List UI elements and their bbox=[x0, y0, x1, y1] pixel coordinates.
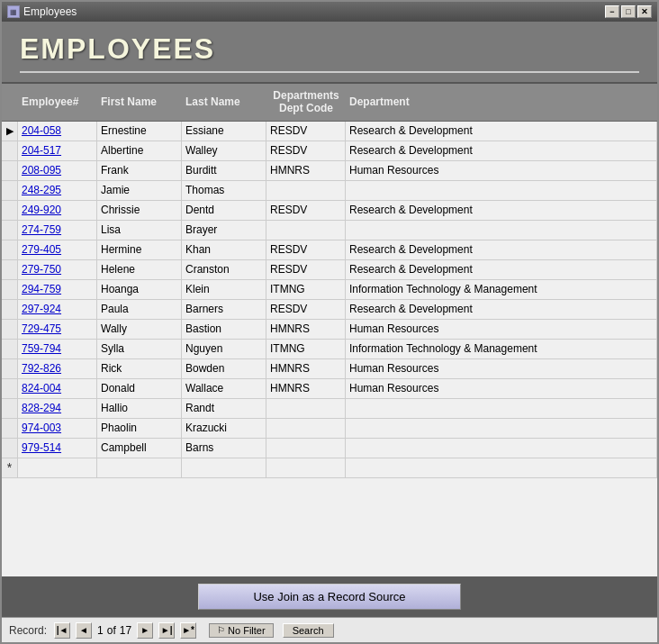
search-button[interactable]: Search bbox=[283, 623, 334, 638]
nav-last-button[interactable]: ►| bbox=[158, 622, 175, 639]
col-header-lname: Last Name bbox=[182, 94, 266, 110]
cell-lname: Klein bbox=[182, 280, 266, 299]
cell-deptcode: RESDV bbox=[266, 201, 346, 220]
cell-fname: Frank bbox=[97, 161, 182, 180]
table-row[interactable]: 297-924 Paula Barners RESDV Research & D… bbox=[2, 300, 657, 320]
table-row[interactable]: 249-920 Chrissie Dentd RESDV Research & … bbox=[2, 201, 657, 221]
table-row[interactable]: 824-004 Donald Wallace HMNRS Human Resou… bbox=[2, 379, 657, 399]
new-row[interactable]: * bbox=[2, 458, 657, 478]
cell-lname: Barns bbox=[182, 439, 266, 458]
table-row[interactable]: 828-294 Hallio Randt bbox=[2, 399, 657, 419]
cell-fname: Hermine bbox=[97, 240, 182, 259]
title-bar-left: ▦ Employees bbox=[7, 5, 77, 18]
main-window: ▦ Employees − □ ✕ Employees Employee# Fi… bbox=[0, 0, 659, 644]
cell-lname: Randt bbox=[182, 399, 266, 418]
cell-lname: Thomas bbox=[182, 181, 266, 200]
table-row[interactable]: 279-405 Hermine Khan RESDV Research & De… bbox=[2, 240, 657, 260]
cell-lname: Bastion bbox=[182, 320, 266, 339]
row-indicator bbox=[2, 141, 18, 160]
cell-deptcode bbox=[266, 221, 346, 240]
cell-dept: Information Technology & Management bbox=[346, 280, 657, 299]
new-row-indicator: * bbox=[2, 458, 18, 477]
cell-deptcode bbox=[266, 419, 346, 438]
no-filter-label: No Filter bbox=[228, 625, 266, 636]
row-indicator bbox=[2, 181, 18, 200]
window-title: Employees bbox=[23, 5, 77, 18]
cell-deptcode: RESDV bbox=[266, 260, 346, 279]
cell-empno: 759-794 bbox=[18, 340, 97, 358]
column-headers: Employee# First Name Last Name Departmen… bbox=[2, 84, 657, 122]
row-indicator bbox=[2, 399, 18, 418]
new-row-cells bbox=[18, 458, 657, 477]
row-indicator bbox=[2, 221, 18, 240]
table-row[interactable]: 204-517 Albertine Walley RESDV Research … bbox=[2, 141, 657, 161]
nav-first-button[interactable]: |◄ bbox=[54, 622, 70, 639]
table-row[interactable]: ▶ 204-058 Ernestine Essiane RESDV Resear… bbox=[2, 122, 657, 141]
cell-empno: 208-095 bbox=[18, 161, 97, 180]
cell-dept bbox=[346, 181, 657, 200]
join-record-source-button[interactable]: Use Join as a Record Source bbox=[198, 584, 460, 610]
row-indicator bbox=[2, 280, 18, 299]
table-row[interactable]: 974-003 Phaolin Krazucki bbox=[2, 419, 657, 439]
title-bar-controls: − □ ✕ bbox=[605, 5, 652, 18]
close-button[interactable]: ✕ bbox=[637, 5, 652, 18]
col-header-deptcode: Departments Dept Code bbox=[266, 87, 346, 117]
col-header-indicator bbox=[2, 100, 18, 104]
cell-lname: Essiane bbox=[182, 122, 266, 141]
cell-empno: 248-295 bbox=[18, 181, 97, 200]
no-filter-button[interactable]: ⚐ No Filter bbox=[209, 623, 274, 638]
table-row[interactable]: 792-826 Rick Bowden HMNRS Human Resource… bbox=[2, 359, 657, 379]
cell-deptcode: HMNRS bbox=[266, 359, 346, 378]
page-title: Employees bbox=[20, 32, 639, 73]
table-row[interactable]: 759-794 Sylla Nguyen ITMNG Information T… bbox=[2, 340, 657, 359]
cell-deptcode: ITMNG bbox=[266, 340, 346, 358]
app-icon: ▦ bbox=[7, 5, 20, 18]
row-indicator bbox=[2, 439, 18, 458]
cell-fname: Lisa bbox=[97, 221, 182, 240]
cell-lname: Cranston bbox=[182, 260, 266, 279]
nav-new-button[interactable]: ►* bbox=[180, 622, 196, 639]
cell-dept: Research & Development bbox=[346, 141, 657, 160]
table-container: ▶ 204-058 Ernestine Essiane RESDV Resear… bbox=[2, 122, 657, 576]
table-row[interactable]: 294-759 Hoanga Klein ITMNG Information T… bbox=[2, 280, 657, 300]
table-row[interactable]: 208-095 Frank Burditt HMNRS Human Resour… bbox=[2, 161, 657, 181]
cell-lname: Barners bbox=[182, 300, 266, 319]
cell-lname: Krazucki bbox=[182, 419, 266, 438]
table-row[interactable]: 729-475 Wally Bastion HMNRS Human Resour… bbox=[2, 320, 657, 340]
cell-dept: Research & Development bbox=[346, 201, 657, 220]
nav-prev-button[interactable]: ◄ bbox=[76, 622, 92, 639]
row-indicator bbox=[2, 300, 18, 319]
cell-deptcode: RESDV bbox=[266, 141, 346, 160]
header-section: Employees bbox=[2, 22, 657, 84]
cell-dept: Human Resources bbox=[346, 379, 657, 398]
cell-fname: Donald bbox=[97, 379, 182, 398]
cell-fname: Rick bbox=[97, 359, 182, 378]
cell-dept: Research & Development bbox=[346, 240, 657, 259]
cell-dept: Information Technology & Management bbox=[346, 340, 657, 358]
table-row[interactable]: 979-514 Campbell Barns bbox=[2, 439, 657, 458]
table-row[interactable]: 279-750 Helene Cranston RESDV Research &… bbox=[2, 260, 657, 280]
col-header-dept: Department bbox=[346, 94, 657, 110]
col-header-fname: First Name bbox=[97, 94, 182, 110]
table-row[interactable]: 274-759 Lisa Brayer bbox=[2, 221, 657, 240]
nav-next-button[interactable]: ► bbox=[137, 622, 153, 639]
cell-fname: Wally bbox=[97, 320, 182, 339]
cell-fname: Campbell bbox=[97, 439, 182, 458]
table-row[interactable]: 248-295 Jamie Thomas bbox=[2, 181, 657, 201]
cell-lname: Dentd bbox=[182, 201, 266, 220]
cell-fname: Hoanga bbox=[97, 280, 182, 299]
cell-deptcode: ITMNG bbox=[266, 280, 346, 299]
cell-fname: Phaolin bbox=[97, 419, 182, 438]
cell-empno: 249-920 bbox=[18, 201, 97, 220]
cell-dept bbox=[346, 221, 657, 240]
cell-empno: 204-517 bbox=[18, 141, 97, 160]
cell-lname: Walley bbox=[182, 141, 266, 160]
minimize-button[interactable]: − bbox=[605, 5, 619, 18]
cell-deptcode: RESDV bbox=[266, 300, 346, 319]
cell-dept: Human Resources bbox=[346, 320, 657, 339]
cell-lname: Wallace bbox=[182, 379, 266, 398]
maximize-button[interactable]: □ bbox=[621, 5, 636, 18]
cell-deptcode: RESDV bbox=[266, 122, 346, 141]
cell-empno: 294-759 bbox=[18, 280, 97, 299]
row-indicator bbox=[2, 240, 18, 259]
